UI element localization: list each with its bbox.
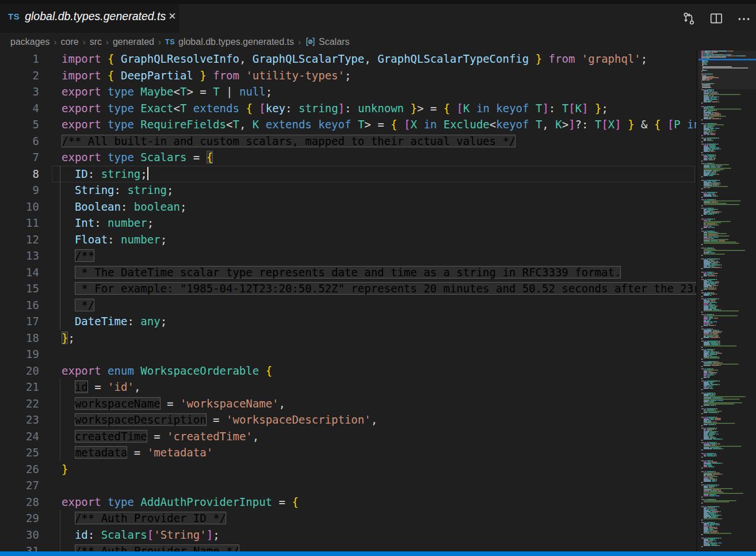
line-number: 26: [0, 461, 39, 478]
code-line[interactable]: 25 metadata = 'metadata': [0, 444, 696, 461]
line-number: 14: [0, 264, 39, 281]
code-line[interactable]: 15 * For example: "1985-04-12T23:20:50.5…: [0, 280, 696, 297]
close-icon[interactable]: ✕: [166, 9, 178, 24]
code-line[interactable]: 13 /**: [0, 247, 696, 264]
breadcrumb-separator: ›: [83, 37, 86, 47]
open-changes-icon[interactable]: [681, 11, 696, 26]
line-number: 9: [0, 182, 39, 199]
code-line[interactable]: 7export type Scalars = {: [0, 149, 696, 166]
code-text: metadata = 'metadata': [62, 444, 213, 461]
line-number: 19: [0, 346, 39, 363]
tab-global-db-types-generated[interactable]: TS global.db.types.generated.ts ✕: [0, 0, 180, 33]
line-number: 28: [0, 494, 39, 511]
code-line[interactable]: 22 workspaceName = 'workspaceName',: [0, 395, 696, 412]
code-line[interactable]: 12 Float: number;: [0, 231, 696, 248]
breadcrumb-item-packages[interactable]: packages: [10, 37, 50, 47]
code-line[interactable]: 19: [0, 346, 696, 363]
line-number: 13: [0, 247, 39, 264]
code-text: String: string;: [62, 182, 174, 199]
minimap[interactable]: [696, 51, 756, 551]
code-line[interactable]: 6/** All built-in and custom scalars, ma…: [0, 133, 696, 150]
line-number: 29: [0, 510, 39, 527]
code-text: * For example: "1985-04-12T23:20:50.52Z"…: [62, 280, 696, 297]
breadcrumb-item-core[interactable]: core: [61, 37, 79, 47]
line-number: 11: [0, 215, 39, 231]
line-number: 20: [0, 363, 39, 379]
tab-title: global.db.types.generated.ts: [25, 10, 166, 23]
code-line[interactable]: 11 Int: number;: [0, 215, 696, 231]
line-number: 24: [0, 428, 39, 445]
code-line[interactable]: 3export type Maybe<T> = T | null;: [0, 83, 696, 100]
breadcrumb-separator: ›: [54, 37, 57, 47]
code-text: export type AddAuthProviderInput = {: [62, 494, 299, 511]
line-number: 25: [0, 444, 39, 461]
line-number: 4: [0, 100, 39, 117]
line-number: 12: [0, 231, 39, 248]
breadcrumb: packages › core › src › generated › TS g…: [0, 33, 756, 51]
symbol-type-icon: [305, 36, 316, 47]
code-line[interactable]: 9 String: string;: [0, 182, 696, 199]
code-text: id: Scalars['String'];: [62, 527, 220, 543]
line-number: 3: [0, 83, 39, 100]
breadcrumb-item-src[interactable]: src: [90, 37, 102, 47]
line-number: 16: [0, 297, 39, 314]
code-line[interactable]: 18};: [0, 330, 696, 346]
line-number: 2: [0, 67, 39, 84]
line-number: 1: [0, 51, 39, 67]
code-text: /**: [62, 247, 94, 264]
code-text: export type Exact<T extends { [key: stri…: [62, 100, 608, 117]
code-line[interactable]: 5export type RequireFields<T, K extends …: [0, 116, 696, 133]
breadcrumb-symbol-label: Scalars: [319, 37, 349, 47]
code-line[interactable]: 30 id: Scalars['String'];: [0, 527, 696, 543]
editor[interactable]: 1import { GraphQLResolveInfo, GraphQLSca…: [0, 51, 756, 551]
line-number: 21: [0, 379, 39, 395]
code-line[interactable]: 26}: [0, 461, 696, 478]
code-line[interactable]: 14 * The DateTime scalar type represents…: [0, 264, 696, 281]
code-line[interactable]: 1import { GraphQLResolveInfo, GraphQLSca…: [0, 51, 696, 67]
line-number: 10: [0, 199, 39, 215]
code-line[interactable]: 4export type Exact<T extends { [key: str…: [0, 100, 696, 117]
code-text: export enum WorkspaceOrderable {: [62, 363, 272, 379]
code-line[interactable]: 28export type AddAuthProviderInput = {: [0, 494, 696, 511]
breadcrumb-separator: ›: [298, 37, 301, 47]
code-line[interactable]: 16 */: [0, 297, 696, 314]
code-line[interactable]: 24 createdTime = 'createdTime',: [0, 428, 696, 445]
code-line[interactable]: 2import { DeepPartial } from 'utility-ty…: [0, 67, 696, 84]
code-line[interactable]: 17 DateTime: any;: [0, 313, 696, 330]
code-text: workspaceDescription = 'workspaceDescrip…: [62, 412, 377, 428]
line-number: 27: [0, 477, 39, 494]
code-text: id = 'id',: [62, 379, 140, 395]
text-cursor: [147, 167, 148, 180]
breadcrumb-item-generated[interactable]: generated: [113, 37, 154, 47]
breadcrumb-item-file[interactable]: TS global.db.types.generated.ts: [165, 37, 294, 47]
code-line[interactable]: 8 ID: string;: [0, 166, 696, 182]
line-number: 31: [0, 543, 39, 551]
code-line[interactable]: 21 id = 'id',: [0, 379, 696, 395]
line-number: 15: [0, 280, 39, 297]
code-text: */: [62, 297, 94, 314]
code-text: workspaceName = 'workspaceName',: [62, 395, 285, 412]
more-actions-icon[interactable]: [736, 11, 751, 26]
code-text: /** Auth Provider ID */: [62, 510, 226, 527]
code-line[interactable]: 10 Boolean: boolean;: [0, 199, 696, 215]
code-line[interactable]: 27: [0, 477, 696, 494]
line-number: 23: [0, 412, 39, 428]
code-text: Boolean: boolean;: [62, 199, 186, 215]
code-line[interactable]: 20export enum WorkspaceOrderable {: [0, 363, 696, 379]
tab-bar: TS global.db.types.generated.ts ✕: [0, 0, 756, 33]
line-number: 18: [0, 330, 39, 346]
typescript-file-icon: TS: [165, 38, 175, 46]
code-line[interactable]: 31 /** Auth Provider Name */: [0, 543, 696, 551]
code-text: export type Maybe<T> = T | null;: [62, 83, 272, 100]
split-editor-icon[interactable]: [709, 11, 724, 26]
line-number: 5: [0, 116, 39, 133]
minimap-canvas[interactable]: [698, 51, 756, 551]
typescript-file-icon: TS: [8, 12, 20, 21]
code-area[interactable]: 1import { GraphQLResolveInfo, GraphQLSca…: [0, 51, 696, 551]
breadcrumb-separator: ›: [158, 37, 161, 47]
code-line[interactable]: 29 /** Auth Provider ID */: [0, 510, 696, 527]
code-line[interactable]: 23 workspaceDescription = 'workspaceDesc…: [0, 412, 696, 428]
breadcrumb-item-symbol-scalars[interactable]: Scalars: [305, 36, 349, 47]
code-text: ID: string;: [62, 166, 148, 182]
code-text: createdTime = 'createdTime',: [62, 428, 259, 445]
